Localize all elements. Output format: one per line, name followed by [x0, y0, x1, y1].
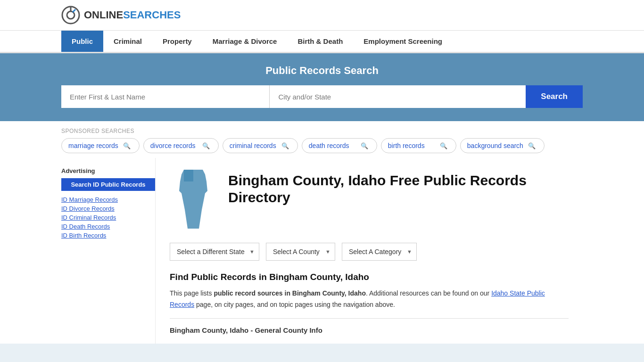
nav-item-marriage-divorce[interactable]: Marriage & Divorce	[202, 31, 288, 52]
category-dropdown[interactable]: Select A Category	[342, 243, 417, 261]
county-dropdown[interactable]: Select A County	[266, 243, 335, 261]
sidebar-item-marriage[interactable]: ID Marriage Records	[61, 196, 155, 203]
tag-background-search[interactable]: background search 🔍	[460, 138, 545, 153]
search-button[interactable]: Search	[526, 85, 583, 108]
state-dropdown[interactable]: Select a Different State	[170, 243, 259, 261]
sidebar-item-birth[interactable]: ID Birth Records	[61, 231, 155, 239]
sidebar-item-criminal[interactable]: ID Criminal Records	[61, 214, 155, 221]
category-dropdown-wrap: Select A Category	[342, 243, 417, 261]
nav-item-property[interactable]: Property	[152, 31, 202, 52]
ad-search-button[interactable]: Search ID Public Records	[61, 178, 155, 191]
find-description: This page lists public record sources in…	[170, 288, 569, 311]
main-content: Bingham County, Idaho Free Public Record…	[156, 158, 583, 344]
county-title: Bingham County, Idaho Free Public Record…	[228, 172, 569, 206]
nav-item-employment[interactable]: Employment Screening	[353, 31, 453, 52]
idaho-map	[170, 167, 217, 233]
search-banner: Public Records Search Search	[0, 53, 644, 121]
find-title: Find Public Records in Bingham County, I…	[170, 272, 569, 282]
sidebar-item-death[interactable]: ID Death Records	[61, 222, 155, 230]
tag-death-records[interactable]: death records 🔍	[302, 138, 377, 153]
tag-birth-records[interactable]: birth records 🔍	[381, 138, 456, 153]
county-header: Bingham County, Idaho Free Public Record…	[170, 167, 569, 233]
search-icon: 🔍	[440, 142, 447, 149]
section-divider	[170, 318, 569, 319]
main-nav: Public Criminal Property Marriage & Divo…	[0, 31, 644, 53]
search-icon: 🔍	[202, 142, 210, 149]
tag-criminal-records[interactable]: criminal records 🔍	[223, 138, 298, 153]
nav-item-birth-death[interactable]: Birth & Death	[287, 31, 353, 52]
search-icon: 🔍	[123, 142, 131, 149]
search-icon: 🔍	[528, 142, 536, 149]
search-form: Search	[61, 85, 583, 108]
sidebar-links: ID Marriage Records ID Divorce Records I…	[61, 196, 155, 239]
search-icon: 🔍	[281, 142, 289, 149]
sponsored-label: SPONSORED SEARCHES	[61, 128, 583, 134]
name-input[interactable]	[61, 85, 270, 108]
header: ONLINESEARCHES	[0, 0, 644, 31]
sidebar-item-divorce[interactable]: ID Divorce Records	[61, 205, 155, 212]
sponsored-section: SPONSORED SEARCHES marriage records 🔍 di…	[0, 121, 644, 158]
general-info-title: Bingham County, Idaho - General County I…	[170, 326, 569, 334]
dropdowns-row: Select a Different State Select A County…	[170, 243, 569, 261]
svg-marker-4	[184, 170, 193, 181]
location-input[interactable]	[270, 85, 526, 108]
tag-divorce-records[interactable]: divorce records 🔍	[143, 138, 219, 153]
search-icon: 🔍	[361, 142, 368, 149]
search-banner-title: Public Records Search	[61, 65, 583, 77]
sidebar: Advertising Search ID Public Records ID …	[61, 158, 156, 344]
tag-marriage-records[interactable]: marriage records 🔍	[61, 138, 140, 153]
logo-text: ONLINESEARCHES	[84, 9, 181, 21]
logo-icon	[61, 6, 80, 25]
nav-item-public[interactable]: Public	[61, 31, 103, 52]
advertising-label: Advertising	[61, 167, 155, 174]
main-container: Advertising Search ID Public Records ID …	[0, 158, 644, 344]
county-dropdown-wrap: Select A County	[266, 243, 335, 261]
search-tags: marriage records 🔍 divorce records 🔍 cri…	[61, 138, 583, 153]
logo: ONLINESEARCHES	[61, 6, 181, 25]
nav-item-criminal[interactable]: Criminal	[103, 31, 152, 52]
state-dropdown-wrap: Select a Different State	[170, 243, 259, 261]
